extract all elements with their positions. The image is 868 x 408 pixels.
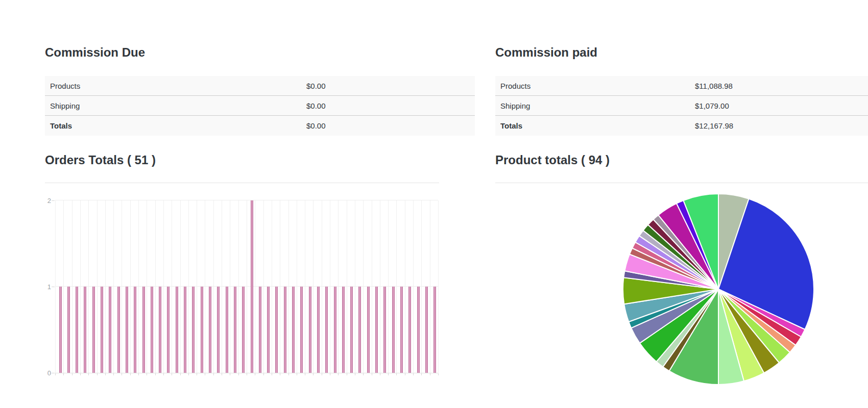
row-label: Shipping xyxy=(45,101,80,110)
x-axis-tick xyxy=(430,373,430,375)
row-value: $0.00 xyxy=(306,82,326,90)
x-gridline xyxy=(180,200,181,373)
commission-due-table: Products $0.00 Shipping $0.00 Totals $0.… xyxy=(45,76,475,136)
x-gridline xyxy=(113,200,114,373)
order-bar xyxy=(300,287,303,373)
x-axis-tick xyxy=(330,373,330,375)
y-axis-label: 2 xyxy=(38,197,51,205)
order-bar xyxy=(425,287,428,373)
row-label: Products xyxy=(45,82,80,90)
x-gridline xyxy=(380,200,380,373)
products-section-divider xyxy=(495,183,868,183)
x-axis-tick xyxy=(130,373,131,375)
x-gridline xyxy=(138,200,139,373)
order-bar xyxy=(184,287,186,373)
x-gridline xyxy=(355,200,355,373)
order-bar xyxy=(226,287,228,373)
x-axis-tick xyxy=(97,373,98,375)
y-axis-label: 0 xyxy=(38,369,51,377)
x-gridline xyxy=(55,200,56,373)
x-axis-tick xyxy=(113,373,114,375)
x-axis-tick xyxy=(180,373,181,375)
x-gridline xyxy=(247,200,247,373)
order-bar xyxy=(92,287,95,373)
row-value: $1,079.00 xyxy=(695,101,729,110)
x-axis-tick xyxy=(305,373,305,375)
order-bar xyxy=(383,287,386,373)
x-gridline xyxy=(280,200,280,373)
x-axis-tick xyxy=(72,373,73,375)
x-axis-tick xyxy=(238,373,239,375)
x-gridline xyxy=(272,200,272,373)
order-bar xyxy=(284,287,286,373)
row-label: Shipping xyxy=(495,101,530,110)
order-bar xyxy=(151,287,153,373)
x-gridline xyxy=(372,200,372,373)
orders-totals-heading: Orders Totals ( 51 ) xyxy=(45,152,156,168)
order-bar xyxy=(126,287,128,373)
x-axis-tick xyxy=(380,373,380,375)
x-gridline xyxy=(438,200,439,373)
order-bar xyxy=(101,287,103,373)
x-axis-tick xyxy=(122,373,122,375)
x-gridline xyxy=(130,200,131,373)
x-gridline xyxy=(163,200,164,373)
x-axis-tick xyxy=(405,373,405,375)
x-gridline xyxy=(305,200,305,373)
order-bar xyxy=(134,287,136,373)
x-axis-tick xyxy=(413,373,414,375)
x-axis-tick xyxy=(438,373,439,375)
x-axis-tick xyxy=(197,373,197,375)
y-axis-tick xyxy=(52,373,55,373)
order-bar xyxy=(309,287,311,373)
row-label: Products xyxy=(495,82,531,90)
order-bar xyxy=(217,287,220,373)
x-gridline xyxy=(147,200,147,373)
table-row-totals: Totals $0.00 xyxy=(45,116,475,136)
x-axis-tick xyxy=(163,373,164,375)
order-bar xyxy=(142,287,145,373)
x-gridline xyxy=(80,200,81,373)
orders-section-divider xyxy=(45,183,439,183)
x-gridline xyxy=(421,200,422,373)
row-value: $11,088.98 xyxy=(695,82,733,90)
x-axis-tick xyxy=(288,373,289,375)
x-gridline xyxy=(63,200,64,373)
commission-report-page: { "sections": { "commission_due": { "tit… xyxy=(0,0,868,408)
order-bar xyxy=(209,287,211,373)
x-gridline xyxy=(213,200,214,373)
commission-due-heading: Commission Due xyxy=(45,45,145,60)
x-axis-tick xyxy=(280,373,280,375)
order-bar xyxy=(201,287,203,373)
order-bar xyxy=(358,287,361,373)
order-bar xyxy=(59,287,62,373)
x-axis-tick xyxy=(363,373,364,375)
x-axis-tick xyxy=(222,373,222,375)
x-axis-tick xyxy=(55,373,56,375)
x-axis-tick xyxy=(80,373,81,375)
x-gridline xyxy=(105,200,106,373)
x-gridline xyxy=(347,200,347,373)
order-bar xyxy=(342,287,345,373)
x-gridline xyxy=(288,200,289,373)
order-bar xyxy=(292,287,295,373)
x-gridline xyxy=(205,200,205,373)
x-axis-tick xyxy=(188,373,189,375)
order-bar xyxy=(242,287,245,373)
x-gridline xyxy=(322,200,322,373)
x-axis-tick xyxy=(355,373,355,375)
order-bar xyxy=(417,287,420,373)
x-gridline xyxy=(388,200,389,373)
orders-chart-y-axis: 012 xyxy=(38,200,51,373)
order-bar xyxy=(408,287,411,373)
x-gridline xyxy=(297,200,297,373)
x-gridline xyxy=(88,200,89,373)
table-row: Products $11,088.98 xyxy=(495,76,868,96)
y-axis-tick xyxy=(52,200,55,201)
pie-chart-svg xyxy=(616,187,821,391)
orders-bar-chart xyxy=(55,200,438,373)
x-gridline xyxy=(97,200,98,373)
x-gridline xyxy=(72,200,73,373)
x-axis-tick xyxy=(396,373,397,375)
order-bar xyxy=(392,287,395,373)
